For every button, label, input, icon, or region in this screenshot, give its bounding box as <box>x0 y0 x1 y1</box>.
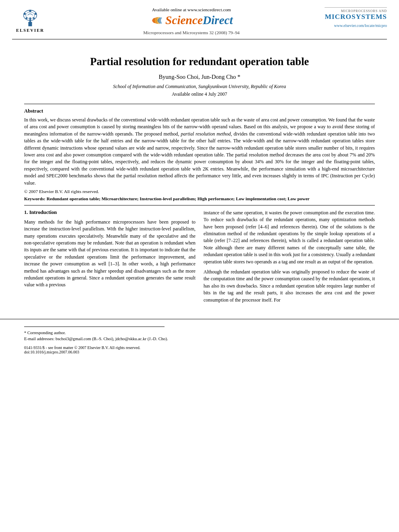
sciencedirect-logo: ScienceDirect <box>150 14 233 27</box>
two-column-layout: 1. Introduction Many methods for the hig… <box>24 210 375 307</box>
abstract-body: In this work, we discuss several drawbac… <box>24 117 375 186</box>
header-right: MICROPROCESSORS AND MICROSYSTEMS www.els… <box>335 7 387 28</box>
intro-para-3: Although the redundant operation table w… <box>204 269 375 304</box>
footnote-divider <box>24 327 165 327</box>
partial-resolution-italic: partial resolution method <box>181 131 231 137</box>
sciencedirect-text: ScienceDirect <box>165 14 233 27</box>
keywords-label: Keywords: <box>24 196 45 201</box>
copyright: © 2007 Elsevier B.V. All rights reserved… <box>24 189 375 194</box>
email-addresses: E-mail addresses: bschoi3@gmail.com (B.-… <box>24 336 375 342</box>
microsystems-small-text: MICROPROCESSORS AND <box>325 9 387 13</box>
main-content: Partial resolution for redundant operati… <box>0 39 399 315</box>
keywords: Keywords: Redundant operation table; Mic… <box>24 196 375 201</box>
svg-point-4 <box>24 13 26 15</box>
abstract-section: Abstract In this work, we discuss severa… <box>24 108 375 201</box>
footer: * Corresponding author. E-mail addresses… <box>0 319 399 358</box>
elsevier-logo: ELSEVIER <box>12 7 48 33</box>
svg-point-5 <box>35 13 37 15</box>
elsevier-label: ELSEVIER <box>16 28 44 33</box>
left-column: 1. Introduction Many methods for the hig… <box>24 210 195 307</box>
elsevier-url: www.elsevier.com/locate/micpro <box>334 23 387 28</box>
footnote: * Corresponding author. E-mail addresses… <box>24 330 375 342</box>
svg-point-8 <box>29 10 31 12</box>
intro-heading: 1. Introduction <box>24 210 195 216</box>
header-center: Available online at www.sciencedirect.co… <box>48 7 335 35</box>
microsystems-large-text: MICROSYSTEMS <box>325 13 387 21</box>
svg-rect-1 <box>29 17 31 23</box>
affiliation: School of Information and Communication,… <box>24 84 375 90</box>
doi-line: doi:10.1016/j.micpro.2007.06.003 <box>24 350 375 354</box>
article-title: Partial resolution for redundant operati… <box>24 55 375 68</box>
svg-point-7 <box>33 17 35 19</box>
abstract-heading: Abstract <box>24 108 375 114</box>
issn-line: 0141-9331/$ - see front matter © 2007 El… <box>24 345 375 350</box>
abstract-divider-bottom <box>24 205 375 205</box>
elsevier-tree-icon <box>16 7 44 27</box>
available-online-text: Available online at www.sciencedirect.co… <box>152 7 231 12</box>
footer-bottom: 0141-9331/$ - see front matter © 2007 El… <box>24 345 375 354</box>
available-date: Available online 4 July 2007 <box>24 91 375 97</box>
abstract-text: In this work, we discuss several drawbac… <box>24 117 375 187</box>
intro-para-2: instance of the same operation, it waste… <box>204 210 375 265</box>
page: ELSEVIER Available online at www.science… <box>0 0 399 532</box>
intro-text-right: instance of the same operation, it waste… <box>204 210 375 304</box>
microsystems-logo: MICROPROCESSORS AND MICROSYSTEMS <box>325 7 387 21</box>
keywords-text: Redundant operation table; Microarchitec… <box>47 196 310 201</box>
abstract-divider-top <box>24 104 375 104</box>
journal-name: Microprocessors and Microsystems 32 (200… <box>143 30 239 35</box>
right-column: instance of the same operation, it waste… <box>204 210 375 307</box>
authors: Byung-Soo Choi, Jun-Dong Cho * <box>24 74 375 80</box>
header: ELSEVIER Available online at www.science… <box>0 0 399 39</box>
intro-para-1: Many methods for the high performance mi… <box>24 219 195 289</box>
corresponding-author: * Corresponding author. <box>24 330 375 336</box>
svg-point-6 <box>26 17 28 19</box>
sd-icon <box>150 14 165 27</box>
intro-text-left: Many methods for the high performance mi… <box>24 219 195 289</box>
